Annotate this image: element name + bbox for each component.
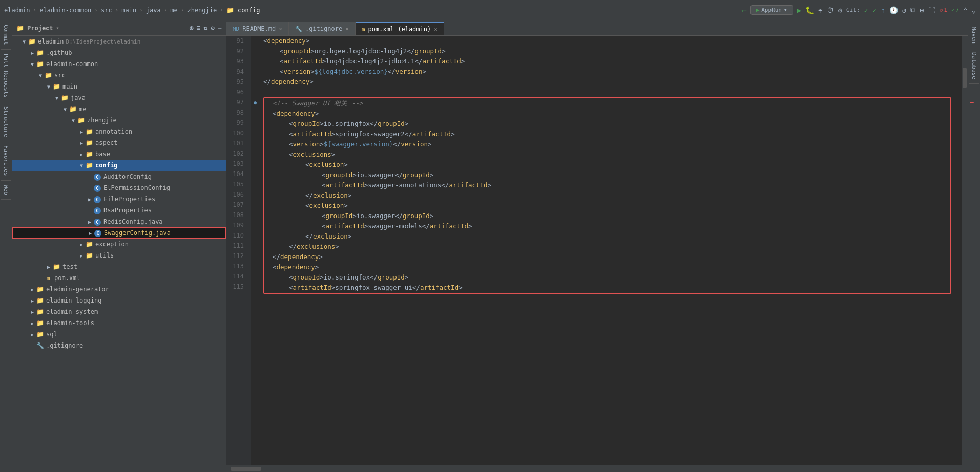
warning-badge[interactable]: ✓ 7: [951, 7, 959, 13]
sep7: ›: [220, 7, 223, 13]
sidebar-item-commit[interactable]: Commit: [1, 20, 11, 50]
tree-item-eladmin-system[interactable]: ▶ 📁 eladmin-system: [12, 306, 226, 317]
tree-item-me[interactable]: ▼ 📁 me: [12, 103, 226, 115]
coverage-icon[interactable]: ☂: [818, 6, 822, 14]
breadcrumb-item-me[interactable]: me: [170, 7, 177, 14]
tab-close-readme[interactable]: ×: [279, 26, 282, 32]
line-numbers: 91 92 93 94 95 96 97 98 99 100 101 102 1…: [226, 36, 251, 465]
breadcrumb-item-common[interactable]: eladmin-common: [39, 7, 91, 14]
tree-item-java[interactable]: ▼ 📁 java: [12, 92, 226, 103]
tree-item-test[interactable]: ▶ 📁 test: [12, 261, 226, 272]
tab-icon-readme: MD: [233, 26, 239, 32]
code-line-101: <version>${swagger.version}</version>: [264, 139, 950, 149]
breadcrumb-item-src[interactable]: src: [101, 7, 112, 14]
tree-item-swagger-config[interactable]: ▶ C SwaggerConfig.java: [12, 227, 226, 239]
folder-icon-annotation: 📁: [85, 128, 93, 135]
tree-item-eladmin-logging[interactable]: ▶ 📁 eladmin-logging: [12, 295, 226, 306]
class-icon-auditor: C: [93, 173, 101, 181]
breadcrumb-item-main[interactable]: main: [121, 7, 136, 14]
git-check2-icon[interactable]: ✓: [872, 6, 877, 14]
code-area[interactable]: <dependency> <groupId>org.bgee.log4jdbc-…: [259, 36, 962, 465]
sidebar-item-structure[interactable]: Structure: [1, 102, 11, 142]
tree-item-aspect[interactable]: ▶ 📁 aspect: [12, 137, 226, 148]
git-check-icon[interactable]: ✓: [864, 6, 868, 14]
tree-item-zhengjie[interactable]: ▼ 📁 zhengjie: [12, 115, 226, 126]
error-badge[interactable]: ⊘ 1: [940, 7, 947, 13]
gear-icon[interactable]: ⚙: [211, 24, 215, 32]
back-icon[interactable]: ⟵: [742, 6, 746, 14]
tab-gitignore[interactable]: 🔧 .gitignore ×: [289, 22, 356, 35]
split-icon[interactable]: ⊞: [920, 6, 924, 14]
tree-item-src[interactable]: ▼ 📁 src: [12, 70, 226, 81]
sep6: ›: [181, 7, 184, 13]
code-line-95: </dependency>: [263, 77, 962, 87]
git-push-icon[interactable]: ↑: [881, 6, 885, 14]
horizontal-scrollbar[interactable]: [226, 465, 968, 472]
breadcrumb-item-java[interactable]: java: [146, 7, 161, 14]
git-undo-icon[interactable]: ↺: [902, 6, 906, 14]
arrow-eladmin-common: ▼: [29, 61, 36, 67]
line-num-95: 95: [226, 77, 248, 87]
tree-item-redis-config[interactable]: ▶ C RedisConfig.java: [12, 216, 226, 227]
tab-close-pom[interactable]: ×: [434, 26, 437, 33]
arrow-tools: ▶: [29, 320, 36, 326]
tab-pom[interactable]: m pom.xml (eladmin) ×: [356, 22, 444, 35]
sidebar-item-web[interactable]: Web: [1, 181, 11, 200]
debug-icon[interactable]: 🐛: [805, 6, 814, 14]
profile-icon[interactable]: ⏱: [827, 6, 834, 14]
sort-icon[interactable]: ⇅: [204, 24, 208, 32]
breadcrumb-item-zhengjie[interactable]: zhengjie: [187, 7, 217, 14]
tree-item-github[interactable]: ▶ 📁 .github: [12, 47, 226, 58]
code-line-91: <dependency>: [263, 36, 962, 46]
tree-item-main[interactable]: ▼ 📁 main: [12, 81, 226, 92]
tree-item-sql[interactable]: ▶ 📁 sql: [12, 329, 226, 340]
tree-item-pom-xml[interactable]: ▶ m pom.xml: [12, 272, 226, 284]
locate-icon[interactable]: ⊕: [190, 24, 194, 32]
tree-item-file-properties[interactable]: ▶ C FileProperties: [12, 194, 226, 205]
sidebar-item-maven[interactable]: Maven: [969, 23, 979, 48]
code-line-100: <artifactId>springfox-swagger2</artifact…: [264, 129, 950, 139]
line-num-112: 112: [226, 251, 248, 261]
panel-dropdown-icon[interactable]: ▾: [56, 25, 59, 31]
tree-item-exception[interactable]: ▶ 📁 exception: [12, 239, 226, 250]
tree-item-config[interactable]: ▼ 📁 config: [12, 160, 226, 171]
tree-item-eladmin-common[interactable]: ▼ 📁 eladmin-common: [12, 58, 226, 70]
line-num-103: 103: [226, 159, 248, 169]
expand-all-icon[interactable]: ⌃: [963, 6, 967, 14]
folder-icon-system: 📁: [36, 308, 44, 315]
toolbar-right: ⟵ ▶ AppRun ▾ ▶ 🐛 ☂ ⏱ ⚙ Git: ✓ ✓ ↑ 🕐 ↺ ⧉ …: [742, 5, 976, 15]
sidebar-item-pull-requests[interactable]: Pull Requests: [1, 50, 11, 102]
collapse-all-icon[interactable]: ⌄: [972, 6, 976, 14]
arrow-redis: ▶: [86, 219, 93, 225]
sidebar-item-favorites[interactable]: Favorites: [1, 141, 11, 181]
expand-icon[interactable]: ⛶: [928, 6, 935, 14]
run-config-button[interactable]: ▶ AppRun ▾: [750, 5, 793, 15]
sidebar-item-database[interactable]: Database: [969, 48, 979, 84]
tree-item-eladmin[interactable]: ▼ 📁 eladmin D:\IdeaProject\eladmin: [12, 36, 226, 47]
label-eladmin-logging: eladmin-logging: [46, 297, 101, 304]
tab-close-gitignore[interactable]: ×: [345, 26, 349, 32]
error-icon: ⊘: [940, 7, 943, 13]
settings-icon[interactable]: ⚙: [838, 6, 842, 14]
tree-item-elpermission-config[interactable]: ▶ C ElPermissionConfig: [12, 182, 226, 194]
git-history-icon[interactable]: 🕐: [889, 6, 898, 14]
copy-icon[interactable]: ⧉: [910, 6, 915, 14]
vertical-scrollbar[interactable]: [962, 36, 968, 465]
collapse-icon[interactable]: ≡: [197, 24, 201, 32]
tree-item-utils[interactable]: ▶ 📁 utils: [12, 250, 226, 261]
tab-readme[interactable]: MD README.md ×: [226, 22, 289, 35]
tree-item-eladmin-generator[interactable]: ▶ 📁 eladmin-generator: [12, 284, 226, 295]
tree-item-eladmin-tools[interactable]: ▶ 📁 eladmin-tools: [12, 317, 226, 329]
tree-item-gitignore-root[interactable]: ▶ 🔧 .gitignore: [12, 340, 226, 351]
tree-item-rsa-properties[interactable]: ▶ C RsaProperties: [12, 205, 226, 216]
run-icon-btn[interactable]: ▶: [797, 6, 801, 14]
label-sql: sql: [46, 331, 57, 338]
minimize-icon[interactable]: −: [218, 24, 222, 32]
class-icon-redis: C: [93, 218, 101, 226]
tree-item-auditor-config[interactable]: ▶ C AuditorConfig: [12, 171, 226, 182]
breadcrumb-item-eladmin[interactable]: eladmin: [4, 7, 30, 14]
tree-item-annotation[interactable]: ▶ 📁 annotation: [12, 126, 226, 137]
code-line-93: <artifactId>log4jdbc-log4j2-jdbc4.1</art…: [263, 56, 962, 67]
tree-item-base[interactable]: ▶ 📁 base: [12, 148, 226, 160]
arrow-me: ▼: [61, 106, 69, 112]
